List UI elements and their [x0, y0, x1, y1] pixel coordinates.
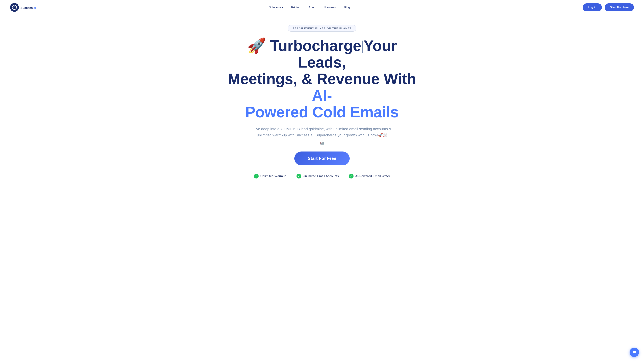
chevron-down-icon: ▾	[282, 6, 283, 8]
logo-icon	[10, 3, 19, 12]
svg-point-1	[14, 6, 15, 7]
logo-text: Success.ai	[20, 5, 36, 10]
check-icon-ai-writer: ✓	[349, 174, 354, 178]
logo[interactable]: Success.ai	[10, 3, 36, 12]
hero-title-highlight: AI-Powered Cold Emails	[245, 87, 399, 120]
feature-email-accounts-label: Unlimited Email Accounts	[303, 174, 339, 178]
nav-pricing[interactable]: Pricing	[291, 6, 300, 9]
hero-title-line1: 🚀 TurbochargeYour Leads,	[247, 37, 397, 71]
check-icon-warmup: ✓	[254, 174, 258, 178]
cursor-icon	[362, 40, 363, 53]
hero-title: 🚀 TurbochargeYour Leads, Meetings, & Rev…	[221, 37, 422, 120]
hero-emoji-decoration: 🤖	[320, 140, 324, 145]
hero-title-line2: Meetings, & Revenue With AI-Powered Cold…	[228, 70, 416, 120]
nav-links: Solutions ▾ Pricing About Reviews Blog	[269, 6, 350, 9]
svg-point-0	[12, 5, 16, 9]
nav-solutions[interactable]: Solutions ▾	[269, 6, 283, 9]
hero-section: REACH EVERY BUYER ON THE PLANET 🚀 Turboc…	[204, 15, 440, 192]
feature-badges: ✓ Unlimited Warmup ✓ Unlimited Email Acc…	[254, 174, 390, 178]
start-for-free-nav-button[interactable]: Start For Free	[604, 3, 634, 11]
feature-ai-email-writer: ✓ AI-Powered Email Writer	[349, 174, 390, 178]
start-for-free-hero-button[interactable]: Start For Free	[294, 151, 350, 165]
hero-badge: REACH EVERY BUYER ON THE PLANET	[288, 25, 356, 31]
nav-about[interactable]: About	[308, 6, 316, 9]
nav-buttons: Log in Start For Free	[582, 3, 634, 11]
feature-unlimited-email-accounts: ✓ Unlimited Email Accounts	[296, 174, 339, 178]
chat-widget-button[interactable]	[630, 348, 639, 357]
navbar: Success.ai Solutions ▾ Pricing About Rev…	[0, 0, 644, 15]
feature-ai-writer-label: AI-Powered Email Writer	[355, 174, 390, 178]
hero-subtitle: Dive deep into a 700M+ B2B lead goldmine…	[246, 126, 398, 138]
check-icon-email-accounts: ✓	[296, 174, 301, 178]
feature-warmup-label: Unlimited Warmup	[260, 174, 286, 178]
nav-reviews[interactable]: Reviews	[324, 6, 336, 9]
nav-blog[interactable]: Blog	[344, 6, 350, 9]
feature-unlimited-warmup: ✓ Unlimited Warmup	[254, 174, 286, 178]
login-button[interactable]: Log in	[582, 3, 602, 11]
